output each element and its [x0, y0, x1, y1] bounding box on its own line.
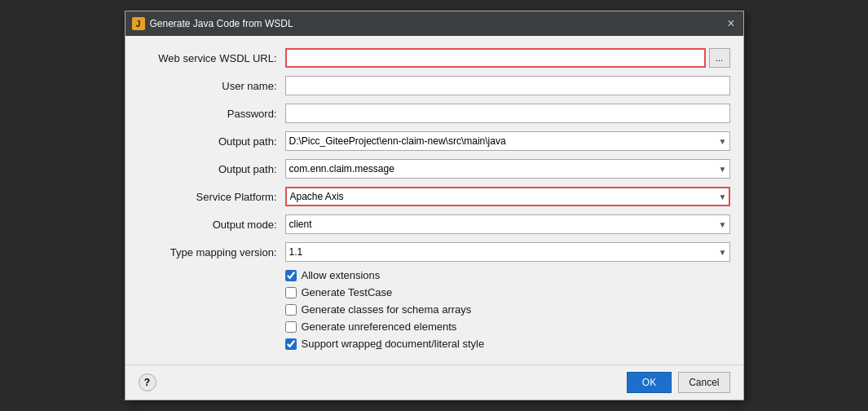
- generate-testcase-label: Generate TestCase: [302, 286, 393, 298]
- package-select[interactable]: com.enn.claim.message: [285, 159, 730, 179]
- allow-extensions-row: Allow extensions: [285, 269, 730, 281]
- password-row: Password:: [139, 103, 730, 124]
- ok-button[interactable]: OK: [627, 372, 672, 393]
- generate-classes-label: Generate classes for schema arrays: [302, 303, 472, 316]
- title-bar: J Generate Java Code from WSDL ×: [126, 11, 743, 36]
- dialog-footer: ? OK Cancel: [126, 365, 743, 400]
- wsdl-url-input[interactable]: [285, 48, 706, 68]
- generate-unreferenced-checkbox[interactable]: [285, 321, 297, 333]
- service-platform-label: Service Platform:: [139, 191, 285, 203]
- generate-testcase-row: Generate TestCase: [285, 286, 730, 298]
- output-path-select[interactable]: D:\Picc_GiteeProject\enn-claim-new\src\m…: [285, 131, 730, 151]
- allow-extensions-label: Allow extensions: [302, 269, 381, 281]
- output-path-row: Output path: D:\Picc_GiteeProject\enn-cl…: [139, 130, 730, 152]
- service-platform-row: Service Platform: Apache Axis ▼: [139, 186, 730, 207]
- generate-unreferenced-label: Generate unreferenced elements: [302, 320, 457, 333]
- generate-classes-checkbox[interactable]: [285, 304, 297, 316]
- close-button[interactable]: ×: [725, 17, 736, 30]
- output-mode-select[interactable]: client: [285, 214, 730, 234]
- support-wrapped-label: Support wrapped document/literal style: [302, 338, 485, 350]
- dialog-title: Generate Java Code from WSDL: [150, 18, 293, 29]
- browse-button[interactable]: ...: [709, 48, 730, 68]
- username-label: User name:: [139, 80, 285, 92]
- generate-classes-row: Generate classes for schema arrays: [285, 303, 730, 316]
- package-row: Output path: com.enn.claim.message ▼: [139, 158, 730, 179]
- allow-extensions-checkbox[interactable]: [285, 270, 297, 281]
- output-mode-label: Output mode:: [139, 219, 285, 231]
- generate-testcase-checkbox[interactable]: [285, 287, 297, 298]
- username-input[interactable]: [285, 76, 730, 95]
- checkboxes-section: Allow extensions Generate TestCase Gener…: [139, 269, 730, 350]
- cancel-button[interactable]: Cancel: [678, 372, 729, 393]
- service-platform-select[interactable]: Apache Axis: [285, 187, 730, 206]
- package-label: Output path:: [139, 163, 285, 175]
- password-label: Password:: [139, 108, 285, 120]
- type-mapping-select[interactable]: 1.1: [285, 242, 730, 262]
- dialog-icon: J: [132, 17, 145, 30]
- password-input[interactable]: [285, 104, 730, 123]
- output-path-label: Output path:: [139, 135, 285, 148]
- username-row: User name:: [139, 75, 730, 96]
- support-wrapped-checkbox[interactable]: [285, 338, 297, 350]
- wsdl-url-label: Web service WSDL URL:: [139, 52, 285, 64]
- help-button[interactable]: ?: [139, 373, 156, 391]
- output-mode-row: Output mode: client ▼: [139, 214, 730, 235]
- generate-unreferenced-row: Generate unreferenced elements: [285, 320, 730, 333]
- support-wrapped-row: Support wrapped document/literal style: [285, 338, 730, 350]
- wsdl-url-row: Web service WSDL URL: ...: [139, 47, 730, 68]
- type-mapping-label: Type mapping version:: [139, 246, 285, 259]
- type-mapping-row: Type mapping version: 1.1 ▼: [139, 241, 730, 263]
